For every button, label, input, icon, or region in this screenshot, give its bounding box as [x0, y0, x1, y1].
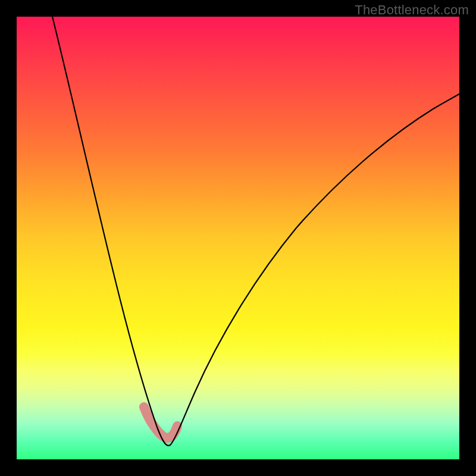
bottleneck-curve: [52, 17, 459, 446]
chart-frame: TheBottleneck.com: [0, 0, 476, 476]
plot-area: [17, 17, 459, 459]
optimal-band-marker: [144, 407, 177, 438]
watermark-text: TheBottleneck.com: [355, 2, 469, 18]
bottleneck-curve-svg: [17, 17, 459, 459]
